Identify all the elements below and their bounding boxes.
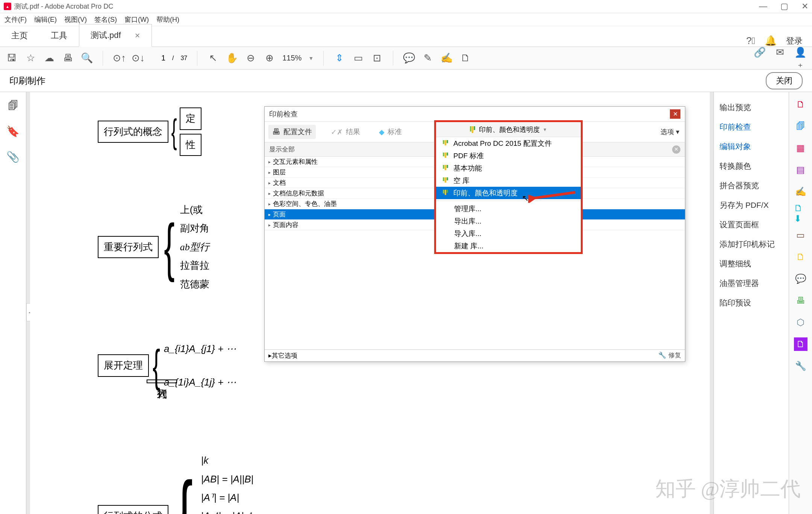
wrench-icon: 🔧 [658, 351, 666, 359]
tool-organize-icon[interactable]: ▤ [794, 163, 807, 177]
menu-window[interactable]: 窗口(W) [124, 15, 149, 24]
right-panel-item[interactable]: 设置页面框 [718, 215, 785, 234]
menu-file[interactable]: 文件(F) [5, 15, 27, 24]
maximize-button[interactable]: ▢ [780, 2, 788, 11]
zoom-level[interactable]: 115% [282, 54, 301, 62]
tool-combine-icon[interactable]: ▭ [794, 228, 807, 242]
tool-create-pdf-icon[interactable]: 🗋 [794, 98, 807, 111]
help-icon[interactable]: ?⃝ [746, 35, 755, 47]
right-panel-item[interactable]: 另存为 PDF/X [718, 195, 785, 215]
close-panel-button[interactable]: 关闭 [766, 72, 803, 89]
page-thumbnails-icon[interactable]: 🗐 [8, 100, 18, 112]
comment-icon[interactable]: 💬 [403, 52, 415, 64]
svg-line-0 [532, 192, 575, 198]
menu-view[interactable]: 视图(V) [64, 15, 87, 24]
dialog-other-options[interactable]: ▸其它选项 [265, 349, 685, 361]
close-tab-icon[interactable]: ✕ [135, 32, 140, 39]
dropdown-action-item[interactable]: 导出库... [436, 215, 581, 227]
page-up-icon[interactable]: ⊙↑ [113, 52, 125, 64]
page-total: 37 [180, 55, 187, 62]
login-button[interactable]: 登录 [786, 35, 803, 47]
search-icon[interactable]: 🔍 [81, 52, 93, 64]
right-panel-item[interactable]: 拼合器预览 [718, 176, 785, 195]
dialog-tab-results[interactable]: ✓✗结果 [327, 125, 364, 139]
dropdown-lib-item[interactable]: 空 库 [436, 174, 581, 187]
right-panel-item[interactable]: 转换颜色 [718, 156, 785, 176]
right-panel-item[interactable]: 调整细线 [718, 254, 785, 274]
page-number-input[interactable] [150, 54, 165, 62]
fit-page-icon[interactable]: ▭ [352, 52, 364, 64]
dropdown-header[interactable]: 印前、颜色和透明度 ▼ [436, 122, 581, 137]
menu-help[interactable]: 帮助(H) [156, 15, 179, 24]
clear-search-icon[interactable]: ✕ [672, 145, 680, 154]
highlight-icon[interactable]: ✎ [422, 52, 434, 64]
hand-tool-icon[interactable]: ✋ [226, 52, 238, 64]
tab-home[interactable]: 主页 [0, 25, 39, 47]
menu-edit[interactable]: 编辑(E) [34, 15, 57, 24]
tool-accessibility-icon[interactable]: ⬡ [794, 316, 807, 329]
menu-sign[interactable]: 签名(S) [94, 15, 117, 24]
page-down-icon[interactable]: ⊙↓ [132, 52, 144, 64]
document-tabs: 主页 工具 测试.pdf ✕ ?⃝ 🔔 登录 [0, 26, 812, 47]
zoom-out-icon[interactable]: ⊖ [245, 52, 257, 64]
doc-box-formula: 行列式的公式 [98, 505, 168, 514]
tool-export-pdf-icon[interactable]: ▦ [794, 141, 807, 155]
right-panel-item[interactable]: 编辑对象 [718, 137, 785, 156]
right-panel-item[interactable]: 印前检查 [718, 117, 785, 137]
zoom-in-icon[interactable]: ⊕ [264, 52, 276, 64]
dropdown-action-item[interactable]: 新建 库... [436, 240, 581, 252]
dropdown-action-item[interactable]: 管理库... [436, 203, 581, 215]
dropdown-lib-item[interactable]: 基本功能 [436, 162, 581, 174]
dialog-titlebar[interactable]: 印前检查 ✕ [265, 107, 685, 122]
add-person-icon[interactable]: 👤₊ [794, 47, 806, 70]
print-icon[interactable]: 🖶 [62, 52, 74, 64]
doc-box-important: 重要行列式 [98, 236, 159, 258]
minimize-button[interactable]: — [759, 2, 767, 11]
dialog-options-dropdown[interactable]: 选项 ▾ [661, 127, 679, 136]
attachment-icon[interactable]: 📎 [6, 151, 20, 163]
tool-protect-icon[interactable]: 🗋⬇ [794, 207, 807, 220]
dropdown-lib-item[interactable]: Acrobat Pro DC 2015 配置文件 [436, 137, 581, 150]
tool-comment-icon[interactable]: 💬 [794, 272, 807, 286]
share-link-icon[interactable]: 🔗 [754, 47, 766, 70]
tool-more-icon[interactable]: 🔧 [794, 359, 807, 373]
tool-panel-header: 印刷制作 关闭 [0, 70, 812, 92]
library-dropdown: 印前、颜色和透明度 ▼ Acrobat Pro DC 2015 配置文件PDF … [434, 120, 583, 254]
tab-document-active[interactable]: 测试.pdf ✕ [79, 24, 152, 47]
dialog-repair-button[interactable]: 🔧 修复 [658, 351, 681, 360]
dialog-close-button[interactable]: ✕ [670, 109, 680, 119]
tool-optimize-icon[interactable]: 🗋 [794, 250, 807, 264]
save-icon[interactable]: 🖫 [6, 52, 18, 64]
star-icon[interactable]: ☆ [24, 52, 36, 64]
zoom-dropdown-icon[interactable]: ▼ [308, 55, 314, 61]
right-panel-item[interactable]: 添加打印机标记 [718, 234, 785, 254]
main-toolbar: 🖫 ☆ ☁ 🖶 🔍 ⊙↑ ⊙↓ / 37 ↖ ✋ ⊖ ⊕ 115% ▼ ⇕ ▭ … [0, 47, 812, 70]
tool-active-icon[interactable]: 🗋 [794, 337, 807, 351]
sign-icon[interactable]: ✍ [441, 52, 453, 64]
doc-box-concept: 行列式的概念 [98, 121, 168, 143]
window-titlebar: ▲ 测试.pdf - Adobe Acrobat Pro DC — ▢ ✕ [0, 0, 812, 13]
notification-icon[interactable]: 🔔 [765, 35, 777, 47]
tool-edit-pdf-icon[interactable]: 🗐 [794, 119, 807, 133]
close-window-button[interactable]: ✕ [801, 2, 808, 11]
fit-width-icon[interactable]: ⇕ [333, 52, 345, 64]
right-panel-item[interactable]: 陷印预设 [718, 293, 785, 313]
dialog-tab-standards[interactable]: ◆标准 [375, 125, 406, 139]
tool-print-production-icon[interactable]: 🖶 [794, 294, 807, 307]
tool-sign-icon[interactable]: ✍ [794, 185, 807, 198]
dropdown-lib-item[interactable]: PDF 标准 [436, 150, 581, 162]
email-icon[interactable]: ✉ [774, 47, 786, 70]
read-mode-icon[interactable]: ⊡ [371, 52, 383, 64]
selection-tool-icon[interactable]: ↖ [207, 52, 219, 64]
right-panel-item[interactable]: 油墨管理器 [718, 274, 785, 293]
dialog-tab-profiles[interactable]: 🖶配置文件 [268, 125, 316, 139]
cloud-upload-icon[interactable]: ☁ [43, 52, 55, 64]
app-icon: ▲ [4, 3, 11, 10]
bookmark-icon[interactable]: 🔖 [6, 125, 20, 138]
tab-tools[interactable]: 工具 [39, 25, 79, 47]
stamp-icon[interactable]: 🗋 [459, 52, 471, 64]
panel-title: 印刷制作 [9, 75, 45, 87]
dropdown-action-item[interactable]: 导入库... [436, 227, 581, 240]
annotation-arrow [528, 188, 577, 203]
right-panel-item[interactable]: 输出预览 [718, 98, 785, 117]
